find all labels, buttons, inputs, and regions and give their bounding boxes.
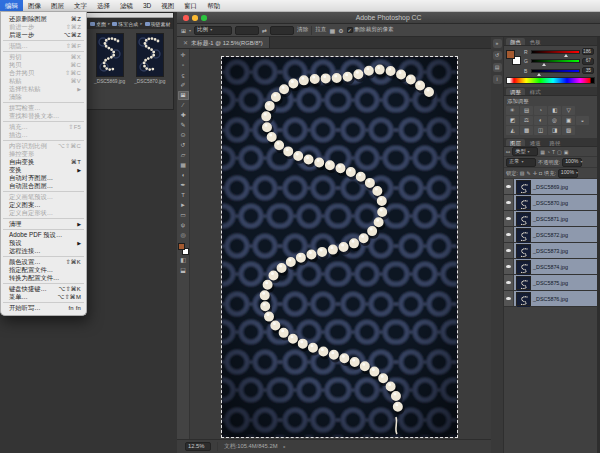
crop-settings-gear-icon[interactable]: ⚙: [338, 27, 343, 34]
filter-pixel-layers-icon[interactable]: ▦: [540, 149, 545, 155]
layer-filter-select[interactable]: 类型 ▾: [512, 147, 538, 156]
zoom-tool[interactable]: ◎: [178, 231, 189, 240]
eraser-tool[interactable]: ▱: [178, 151, 189, 160]
color-lookup-icon[interactable]: ◒: [576, 116, 589, 125]
invert-icon[interactable]: ◭: [506, 126, 519, 135]
eyedropper-tool[interactable]: ∕: [178, 101, 189, 110]
toolbar-color-swatches[interactable]: [178, 243, 189, 255]
path-selection-tool[interactable]: ►: [178, 201, 189, 210]
tab-调整[interactable]: 调整: [506, 88, 525, 95]
menu-item-后退一步[interactable]: 后退一步⌥⌘Z: [1, 31, 86, 39]
tab-色板[interactable]: 色板: [526, 38, 545, 45]
menubar-item-帮助[interactable]: 帮助: [202, 0, 225, 11]
layer-row[interactable]: _DSC5869.jpg: [504, 179, 597, 195]
visibility-toggle[interactable]: [504, 211, 514, 226]
channel-mixer-icon[interactable]: ▣: [562, 116, 575, 125]
close-document-icon[interactable]: ✕: [183, 37, 188, 49]
window-title-bar[interactable]: Adobe Photoshop CC: [177, 12, 600, 24]
breadcrumb-segment[interactable]: 桌面: [90, 21, 106, 27]
channel-value[interactable]: 186: [582, 48, 594, 55]
healing-brush-tool[interactable]: ✚: [178, 111, 189, 120]
visibility-toggle[interactable]: [504, 291, 514, 306]
tool-preset-caret[interactable]: ▾: [189, 28, 191, 33]
lock-position-icon[interactable]: ✛: [533, 170, 537, 176]
menubar-item-编辑[interactable]: 编辑: [0, 0, 23, 11]
photo-filter-icon[interactable]: ◎: [548, 116, 561, 125]
menubar-item-选择[interactable]: 选择: [92, 0, 115, 11]
blend-mode-select[interactable]: 正常 ▾: [506, 158, 536, 167]
black-white-icon[interactable]: ◐: [534, 116, 547, 125]
delete-cropped-pixels-checkbox[interactable]: ✓ 删除裁剪的像素: [347, 26, 394, 34]
color-slider-G[interactable]: G67: [524, 58, 594, 65]
crop-tool[interactable]: ⊞: [178, 91, 189, 100]
dodge-tool[interactable]: ◖: [178, 171, 189, 180]
lock-image-icon[interactable]: ✎: [527, 170, 531, 176]
crop-width-field[interactable]: [235, 26, 259, 35]
color-slider-B[interactable]: B35: [524, 67, 594, 74]
info-panel-icon[interactable]: i: [493, 75, 502, 84]
filter-adjustment-layers-icon[interactable]: ◔: [547, 149, 550, 155]
filter-smart-objects-icon[interactable]: ▣: [564, 149, 569, 155]
visibility-toggle[interactable]: [504, 259, 514, 274]
filter-shape-layers-icon[interactable]: ▢: [557, 149, 562, 155]
brightness-contrast-icon[interactable]: ☀: [506, 106, 519, 115]
quick-selection-tool[interactable]: ✐: [178, 81, 189, 90]
visibility-toggle[interactable]: [504, 243, 514, 258]
vibrance-icon[interactable]: ▽: [562, 106, 575, 115]
swap-dimensions-icon[interactable]: ⇄: [262, 27, 267, 34]
menu-item-菜单…[interactable]: 菜单…⌥⇧⌘M: [1, 293, 86, 301]
curves-icon[interactable]: ◔: [534, 106, 547, 115]
hue-saturation-icon[interactable]: ◩: [506, 116, 519, 125]
clear-button[interactable]: 清除: [297, 26, 308, 34]
shape-tool[interactable]: ▭: [178, 211, 189, 220]
lock-all-icon[interactable]: ◘: [539, 170, 542, 176]
menu-item-开始听写…[interactable]: 开始听写…fn fn: [1, 304, 86, 312]
layer-row[interactable]: _DSC5874.jpg: [504, 259, 597, 275]
slider-track[interactable]: [531, 50, 580, 54]
collapse-panels-icon[interactable]: »: [493, 39, 502, 48]
channel-value[interactable]: 35: [582, 67, 594, 74]
visibility-toggle[interactable]: [504, 195, 514, 210]
lock-transparent-icon[interactable]: ▨: [520, 170, 525, 176]
document-image[interactable]: [222, 57, 457, 437]
menubar-item-3D[interactable]: 3D: [138, 0, 156, 11]
quick-mask-icon[interactable]: ◧: [178, 256, 189, 265]
tab-样式[interactable]: 样式: [526, 88, 545, 95]
filter-type-layers-icon[interactable]: T: [552, 149, 555, 155]
menubar-item-图层[interactable]: 图层: [46, 0, 69, 11]
layer-row[interactable]: _DSC5872.jpg: [504, 227, 597, 243]
layer-row[interactable]: _DSC5873.jpg: [504, 243, 597, 259]
foreground-color-swatch[interactable]: [506, 50, 515, 59]
exposure-icon[interactable]: ◧: [548, 106, 561, 115]
gradient-tool[interactable]: ▦: [178, 161, 189, 170]
crop-tool-preset-icon[interactable]: ⊞: [181, 27, 186, 34]
tab-通道[interactable]: 通道: [526, 139, 545, 146]
layer-row[interactable]: _DSC5870.jpg: [504, 195, 597, 211]
menubar-item-图像[interactable]: 图像: [23, 0, 46, 11]
menubar-item-窗口[interactable]: 窗口: [179, 0, 202, 11]
breadcrumb-segment[interactable]: 项链素材: [145, 21, 171, 27]
slider-knob[interactable]: [564, 54, 568, 57]
layer-row[interactable]: _DSC5876.jpg: [504, 291, 597, 307]
layer-row[interactable]: _DSC5871.jpg: [504, 211, 597, 227]
visibility-toggle[interactable]: [504, 275, 514, 290]
tab-颜色[interactable]: 颜色: [506, 38, 525, 45]
menu-item-自动混合图层…[interactable]: 自动混合图层…: [1, 182, 86, 190]
zoom-level-field[interactable]: 12.5%: [185, 442, 211, 451]
file-item[interactable]: _DSC5870.jpg: [134, 34, 165, 84]
channel-value[interactable]: 67: [582, 58, 594, 65]
history-brush-tool[interactable]: ↺: [178, 141, 189, 150]
visibility-toggle[interactable]: [504, 179, 514, 194]
crop-height-field[interactable]: [270, 26, 294, 35]
type-tool[interactable]: T: [178, 191, 189, 200]
menu-item-远程连接…[interactable]: 远程连接…: [1, 247, 86, 255]
slider-track[interactable]: [531, 59, 580, 63]
menubar-item-文字[interactable]: 文字: [69, 0, 92, 11]
slider-track[interactable]: [531, 69, 580, 73]
screen-mode-icon[interactable]: ⬓: [178, 266, 189, 275]
gradient-map-icon[interactable]: ◨: [548, 126, 561, 135]
menu-item-转换为配置文件…[interactable]: 转换为配置文件…: [1, 274, 86, 282]
marquee-tool[interactable]: ▫: [178, 61, 189, 70]
fill-field[interactable]: 100% ▾: [558, 169, 578, 178]
menu-item-清理[interactable]: 清理▶: [1, 220, 86, 228]
